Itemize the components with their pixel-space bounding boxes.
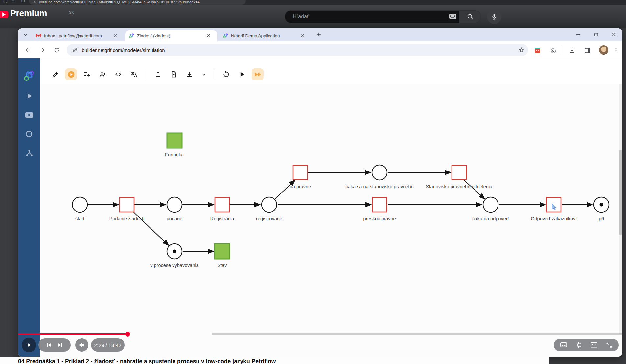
netgrif-logo[interactable] <box>24 70 35 81</box>
next-video-button[interactable] <box>57 342 63 348</box>
node-odpoved[interactable]: Odpoveď zákazníkovi <box>531 197 577 221</box>
app-sidebar <box>18 58 40 357</box>
playlist-add-icon[interactable] <box>81 68 93 80</box>
sidebar-play-button[interactable] <box>24 91 35 101</box>
window-close-button[interactable] <box>608 30 619 39</box>
tab-title: Inbox - petriflow@netgrif.com <box>44 34 110 38</box>
sidebar-process-button[interactable] <box>24 148 35 158</box>
sidebar-youtube-button[interactable] <box>24 110 35 120</box>
reload-icon[interactable] <box>52 45 61 55</box>
volume-button[interactable] <box>75 338 88 352</box>
node-v_procese[interactable]: v procese vybavovania <box>150 244 199 268</box>
time-display: 2:29 / 13:42 <box>94 342 122 348</box>
restart-icon[interactable] <box>220 68 232 80</box>
url-text: builder.netgrif.com/modeler/simulation <box>82 47 518 53</box>
node-p6[interactable]: p6 <box>594 197 609 221</box>
fullscreen-icon[interactable] <box>606 342 613 349</box>
play-icon <box>25 92 33 100</box>
menu-kebab-icon[interactable] <box>612 46 621 55</box>
node-formular[interactable]: Formulár <box>165 133 184 157</box>
window-maximize-button[interactable] <box>591 30 602 39</box>
outer-url-tab[interactable]: youtube.com/watch?v=iiBDjONKSZMf&list=PL… <box>29 0 246 5</box>
node-stanovisko[interactable]: Stanovisko právneho oddelenia <box>426 165 493 189</box>
person-add-icon[interactable] <box>97 68 108 80</box>
mic-button[interactable] <box>487 10 501 24</box>
region-label: SK <box>69 11 74 14</box>
progress-scrubber[interactable] <box>125 332 130 337</box>
node-registracia[interactable]: Registrácia <box>210 197 234 221</box>
arc-stanovisko-caka_odpoved <box>464 180 485 199</box>
scrollbar-thumb[interactable] <box>619 150 622 235</box>
node-label-formular: Formulár <box>165 152 184 157</box>
upload-icon[interactable] <box>152 68 164 80</box>
node-na_pravne[interactable]: na právne <box>290 165 311 189</box>
node-preskoc[interactable]: preskoč právne <box>363 197 396 221</box>
tab-close-icon[interactable] <box>112 33 118 39</box>
side-panel-icon[interactable] <box>583 46 592 55</box>
chevron-down-icon[interactable] <box>199 68 208 80</box>
adblock-extension-icon[interactable] <box>533 46 542 55</box>
video-progress-bar[interactable] <box>18 333 622 335</box>
site-settings-icon[interactable] <box>71 47 78 53</box>
progress-played <box>18 333 128 335</box>
tab-close-icon[interactable] <box>299 33 305 39</box>
forward-icon[interactable] <box>37 45 47 55</box>
outer-tabs-icon[interactable]: ❐ <box>21 0 25 3</box>
node-podanie[interactable]: Podanie žiadosti <box>109 197 144 221</box>
back-icon[interactable] <box>23 45 33 55</box>
search-input[interactable] <box>285 10 459 23</box>
outer-reload-icon[interactable]: ◯ <box>3 0 8 3</box>
file-upload-icon[interactable] <box>168 68 180 80</box>
download-icon[interactable] <box>568 46 577 55</box>
tab-favicon-icon <box>33 0 36 4</box>
previous-video-button[interactable] <box>46 342 52 348</box>
settings-gear-icon[interactable] <box>575 341 582 349</box>
omnibox[interactable]: builder.netgrif.com/modeler/simulation <box>67 44 528 56</box>
extensions-puzzle-icon[interactable] <box>549 46 558 55</box>
outer-url-text: youtube.com/watch?v=iiBDjONKSZMf&list=PL… <box>39 0 200 4</box>
tab-search-chevron[interactable] <box>22 32 29 38</box>
tab-gmail-inbox[interactable]: Inbox - petriflow@netgrif.com <box>32 30 123 41</box>
tab-netgrif-demo[interactable]: Netgrif Demo Application <box>219 30 311 41</box>
download-icon[interactable] <box>184 68 196 80</box>
bookmark-star-icon[interactable] <box>518 47 525 54</box>
edit-pencil-icon[interactable] <box>49 68 61 80</box>
step-play-icon[interactable] <box>236 68 248 80</box>
premium-wordmark[interactable]: Premium <box>10 9 47 19</box>
simulation-play-icon[interactable] <box>65 68 77 80</box>
translate-icon[interactable] <box>128 68 140 80</box>
netgrif-icon <box>129 33 134 38</box>
sidebar-github-button[interactable] <box>24 129 35 139</box>
node-stav[interactable]: Stav <box>215 244 230 268</box>
tab-close-icon[interactable] <box>205 33 211 39</box>
node-label-p6: p6 <box>599 216 604 221</box>
youtube-premium-logo-icon[interactable] <box>0 11 8 18</box>
code-icon[interactable] <box>112 68 124 80</box>
tab-ziadost[interactable]: Žiadosť (ziadost) <box>125 30 217 41</box>
node-caka_stanovisko[interactable]: čaká sa na stanovisko právneho <box>345 165 413 189</box>
node-caka_odpoved[interactable]: čaká na odpoveď <box>472 197 509 221</box>
player-settings-pill <box>554 339 619 351</box>
miniplayer-icon[interactable] <box>590 342 598 348</box>
play-icon <box>26 342 32 348</box>
node-label-stanovisko: Stanovisko právneho oddelenia <box>426 184 493 189</box>
profile-avatar[interactable] <box>599 45 608 55</box>
window-minimize-button[interactable] <box>573 30 584 39</box>
outer-home-icon[interactable]: ⌂ <box>12 0 14 3</box>
fast-forward-icon[interactable] <box>252 68 264 80</box>
modeler-canvas[interactable]: FormulárštartPodanie žiadostipodanéRegis… <box>40 84 622 357</box>
node-registrovane[interactable]: registrované <box>256 197 282 221</box>
subtitles-icon[interactable] <box>560 342 567 348</box>
search-icon <box>467 13 474 20</box>
node-label-stav: Stav <box>217 263 227 268</box>
node-label-registrovane: registrované <box>256 216 282 221</box>
outer-browser-strip: ◯ ⌂ ❐ youtube.com/watch?v=iiBDjONKSZMf&l… <box>0 0 626 5</box>
node-podane[interactable]: podané <box>167 197 182 221</box>
node-start[interactable]: štart <box>72 197 87 221</box>
search-button[interactable] <box>459 10 481 23</box>
vertical-scrollbar[interactable] <box>619 84 622 334</box>
new-tab-button[interactable] <box>315 31 322 38</box>
keyboard-icon[interactable] <box>449 13 457 19</box>
player-play-button[interactable] <box>22 338 36 352</box>
github-icon <box>25 130 33 138</box>
